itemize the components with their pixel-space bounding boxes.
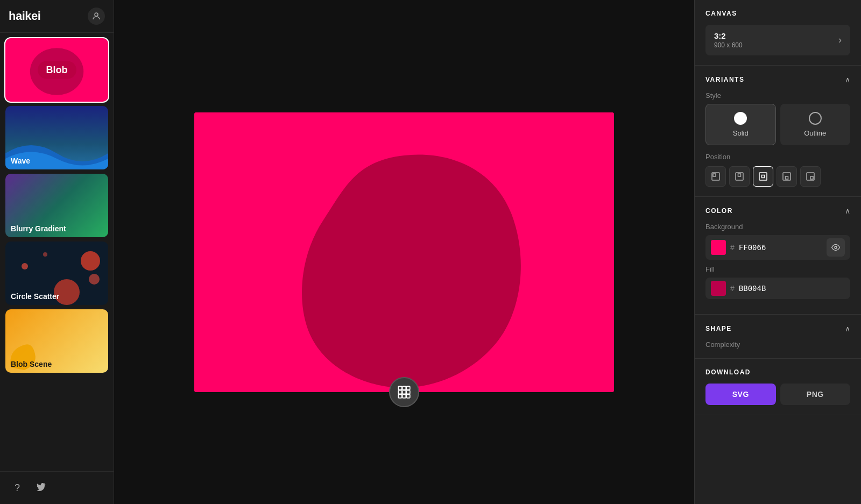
sidebar-item-wave[interactable]: Wave xyxy=(5,106,108,169)
svg-point-23 xyxy=(835,246,837,249)
twitter-button[interactable] xyxy=(32,479,50,496)
blob-scene-item-label: Blob Scene xyxy=(11,360,52,368)
position-grid xyxy=(705,166,850,187)
position-top-left-btn[interactable] xyxy=(705,166,726,187)
svg-rect-6 xyxy=(406,386,410,390)
help-button[interactable]: ? xyxy=(9,479,26,496)
canvas-dimensions: 900 x 600 xyxy=(714,41,743,49)
svg-rect-17 xyxy=(759,173,767,180)
variants-section-title: VARIANTS xyxy=(705,76,744,83)
fill-color-input[interactable] xyxy=(739,284,793,293)
sidebar-item-blurry-gradient[interactable]: Blurry Gradient xyxy=(5,174,108,237)
download-svg-button[interactable]: SVG xyxy=(705,384,776,405)
svg-point-0 xyxy=(95,13,98,16)
position-center-top-btn[interactable] xyxy=(729,166,750,187)
download-png-button[interactable]: PNG xyxy=(780,384,851,405)
canvas-chevron-right-icon: › xyxy=(838,34,842,46)
user-icon-button[interactable] xyxy=(88,8,105,25)
fill-color-swatch[interactable] xyxy=(711,281,726,296)
outline-label: Outline xyxy=(804,129,826,137)
svg-rect-22 xyxy=(810,176,813,179)
sidebar-item-blob-scene[interactable]: Blob Scene xyxy=(5,309,108,373)
background-visibility-button[interactable] xyxy=(827,238,845,257)
shape-section-title: SHAPE xyxy=(705,325,732,332)
color-chevron-icon[interactable]: ∧ xyxy=(845,207,850,215)
position-bottom-right-btn[interactable] xyxy=(800,166,821,187)
svg-rect-8 xyxy=(403,390,406,394)
variants-chevron-icon[interactable]: ∧ xyxy=(845,75,850,84)
position-center-btn[interactable] xyxy=(753,166,773,187)
background-color-label: Background xyxy=(705,223,850,231)
app-logo: haikei xyxy=(9,9,40,23)
svg-rect-11 xyxy=(403,394,406,398)
complexity-label: Complexity xyxy=(705,340,850,349)
outline-icon xyxy=(809,112,822,125)
canvas-size-selector[interactable]: 3:2 900 x 600 › xyxy=(705,25,850,55)
sidebar-item-circle-scatter[interactable]: Circle Scatter xyxy=(5,242,108,305)
position-label: Position xyxy=(705,153,850,161)
fill-color-row: # xyxy=(705,278,850,299)
background-color-row: # xyxy=(705,235,850,260)
blurry-gradient-item-label: Blurry Gradient xyxy=(11,224,66,233)
sidebar-footer: ? xyxy=(0,471,114,504)
right-panel: CANVAS 3:2 900 x 600 › VARIANTS ∧ Style … xyxy=(694,0,861,504)
svg-rect-20 xyxy=(786,176,788,179)
variants-section: VARIANTS ∧ Style Solid Outline Position xyxy=(695,66,861,197)
canvas-ratio: 3:2 xyxy=(714,31,743,40)
canvas-preview xyxy=(194,112,614,392)
background-color-swatch[interactable] xyxy=(711,240,726,255)
sidebar-items-list: Blob Wave Blurry Gradient xyxy=(0,33,114,471)
svg-rect-18 xyxy=(762,175,765,178)
svg-rect-4 xyxy=(398,386,402,390)
color-section: COLOR ∧ Background # Fill # xyxy=(695,197,861,315)
style-outline-option[interactable]: Outline xyxy=(780,104,851,145)
svg-rect-16 xyxy=(738,174,741,176)
download-section: DOWNLOAD SVG PNG xyxy=(695,359,861,415)
position-center-bottom-btn[interactable] xyxy=(777,166,797,187)
download-buttons: SVG PNG xyxy=(705,384,850,405)
solid-icon xyxy=(734,112,747,125)
sidebar-item-blob[interactable]: Blob xyxy=(5,38,108,102)
sidebar-header: haikei xyxy=(0,0,114,33)
canvas-section: CANVAS 3:2 900 x 600 › xyxy=(695,0,861,66)
canvas-section-title: CANVAS xyxy=(705,10,737,17)
blob-item-label: Blob xyxy=(46,65,68,75)
circle-scatter-item-label: Circle Scatter xyxy=(11,292,59,301)
svg-rect-5 xyxy=(403,386,406,390)
solid-label: Solid xyxy=(733,129,749,137)
fill-color-label: Fill xyxy=(705,265,850,273)
svg-rect-9 xyxy=(406,390,410,394)
color-section-title: COLOR xyxy=(705,207,733,215)
randomize-button[interactable] xyxy=(389,377,419,407)
shape-section: SHAPE ∧ Complexity xyxy=(695,315,861,359)
style-options: Solid Outline xyxy=(705,104,850,145)
main-canvas-area xyxy=(114,0,694,504)
svg-rect-10 xyxy=(398,394,402,398)
download-section-title: DOWNLOAD xyxy=(705,368,751,376)
background-color-input[interactable] xyxy=(739,243,793,252)
sidebar: haikei Blob xyxy=(0,0,114,504)
style-label: Style xyxy=(705,91,850,100)
style-solid-option[interactable]: Solid xyxy=(705,104,776,145)
shape-chevron-icon[interactable]: ∧ xyxy=(845,324,850,333)
svg-rect-7 xyxy=(398,390,402,394)
svg-rect-14 xyxy=(713,174,716,176)
wave-item-label: Wave xyxy=(11,157,30,165)
svg-rect-12 xyxy=(406,394,410,398)
